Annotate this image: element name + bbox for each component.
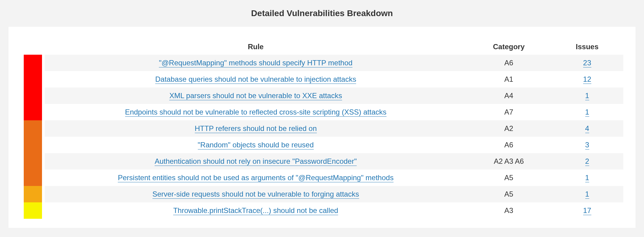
rule-link[interactable]: HTTP referers should not be relied on [195,124,317,133]
issues-cell: 12 [551,71,623,88]
rule-cell: "Random" objects should be reused [45,137,467,153]
table-row: HTTP referers should not be relied onA24 [21,120,623,137]
table-row: Endpoints should not be vulnerable to re… [21,104,623,120]
category-cell: A7 [467,104,551,120]
category-cell: A5 [467,186,551,202]
rule-link[interactable]: Endpoints should not be vulnerable to re… [125,108,387,117]
rule-link[interactable]: Authentication should not rely on insecu… [155,157,357,166]
table-row: "Random" objects should be reusedA63 [21,137,623,153]
table-row: Server-side requests should not be vulne… [21,186,623,202]
rule-cell: XML parsers should not be vulnerable to … [45,88,467,104]
severity-cell [21,55,45,71]
category-cell: A2 [467,120,551,137]
category-cell: A6 [467,137,551,153]
rule-cell: "@RequestMapping" methods should specify… [45,55,467,71]
severity-cell [21,104,45,120]
rule-cell: Endpoints should not be vulnerable to re… [45,104,467,120]
rule-cell: Throwable.printStackTrace(...) should no… [45,202,467,219]
severity-swatch [24,120,42,137]
issues-cell: 3 [551,137,623,153]
table-row: Authentication should not rely on insecu… [21,153,623,170]
issues-cell: 1 [551,104,623,120]
issues-link[interactable]: 1 [585,108,589,117]
severity-swatch [24,88,42,104]
issues-link[interactable]: 1 [585,173,589,182]
rule-cell: Database queries should not be vulnerabl… [45,71,467,88]
table-row: Persistent entities should not be used a… [21,170,623,186]
vulnerabilities-table: Rule Category Issues "@RequestMapping" m… [21,39,623,219]
page-title: Detailed Vulnerabilities Breakdown [6,9,638,18]
severity-swatch [24,186,42,202]
issues-link[interactable]: 17 [583,206,591,215]
col-rule: Rule [45,39,467,55]
severity-cell [21,202,45,219]
table-row: XML parsers should not be vulnerable to … [21,88,623,104]
severity-cell [21,170,45,186]
rule-link[interactable]: "@RequestMapping" methods should specify… [159,59,352,67]
category-cell: A4 [467,88,551,104]
severity-cell [21,186,45,202]
severity-swatch [24,170,42,186]
severity-swatch [24,55,42,71]
category-cell: A2 A3 A6 [467,153,551,170]
table-row: Database queries should not be vulnerabl… [21,71,623,88]
issues-cell: 1 [551,88,623,104]
issues-cell: 23 [551,55,623,71]
issues-link[interactable]: 1 [585,190,589,199]
rule-cell: Server-side requests should not be vulne… [45,186,467,202]
severity-cell [21,120,45,137]
issues-link[interactable]: 3 [585,141,589,149]
category-cell: A6 [467,55,551,71]
col-severity [21,39,45,55]
severity-swatch [24,71,42,88]
category-cell: A3 [467,202,551,219]
rule-link[interactable]: Server-side requests should not be vulne… [152,190,359,199]
col-issues: Issues [551,39,623,55]
severity-swatch [24,202,42,219]
table-row: Throwable.printStackTrace(...) should no… [21,202,623,219]
category-cell: A1 [467,71,551,88]
rule-link[interactable]: Database queries should not be vulnerabl… [155,75,356,84]
rule-link[interactable]: XML parsers should not be vulnerable to … [169,91,342,100]
rule-link[interactable]: Persistent entities should not be used a… [118,173,394,182]
issues-link[interactable]: 23 [583,59,591,67]
severity-cell [21,137,45,153]
severity-swatch [24,137,42,153]
rule-cell: HTTP referers should not be relied on [45,120,467,137]
severity-swatch [24,153,42,170]
rule-link[interactable]: Throwable.printStackTrace(...) should no… [173,206,338,215]
issues-cell: 1 [551,186,623,202]
rule-link[interactable]: "Random" objects should be reused [198,141,314,149]
issues-link[interactable]: 4 [585,124,589,133]
issues-link[interactable]: 12 [583,75,591,84]
issues-link[interactable]: 2 [585,157,589,166]
vulnerabilities-card: Rule Category Issues "@RequestMapping" m… [9,27,635,228]
severity-cell [21,71,45,88]
table-row: "@RequestMapping" methods should specify… [21,55,623,71]
severity-swatch [24,104,42,120]
rule-cell: Persistent entities should not be used a… [45,170,467,186]
category-cell: A5 [467,170,551,186]
issues-cell: 2 [551,153,623,170]
rule-cell: Authentication should not rely on insecu… [45,153,467,170]
issues-cell: 1 [551,170,623,186]
issues-link[interactable]: 1 [585,91,589,100]
severity-cell [21,153,45,170]
col-category: Category [467,39,551,55]
severity-cell [21,88,45,104]
issues-cell: 4 [551,120,623,137]
issues-cell: 17 [551,202,623,219]
